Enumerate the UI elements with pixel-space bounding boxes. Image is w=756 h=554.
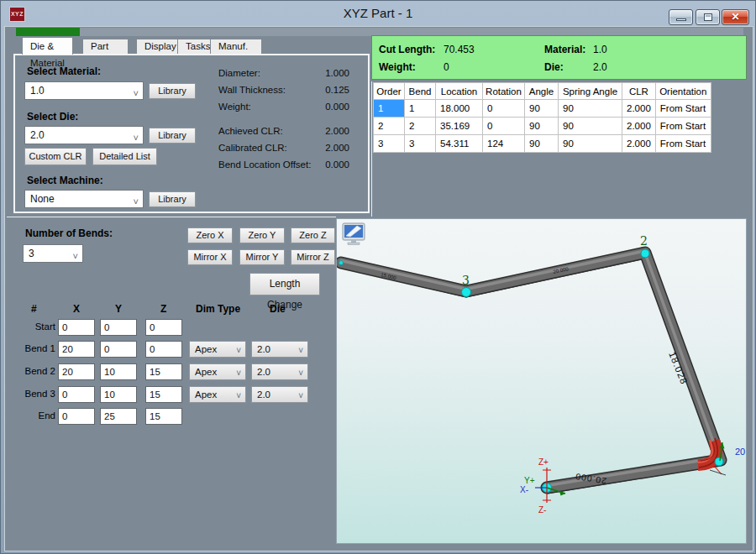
col-angle[interactable]: Angle	[525, 83, 559, 100]
start-y-input[interactable]	[100, 319, 137, 336]
tab-manuf-warning[interactable]: Manuf. Warning	[210, 39, 262, 54]
cell[interactable]: From Start	[655, 118, 711, 135]
cell[interactable]: 90	[559, 135, 622, 153]
cell-order-2[interactable]: 2	[374, 118, 405, 135]
bend-location-offset-value: 0.000	[325, 159, 349, 170]
achieved-clr-label: Achieved CLR:	[218, 126, 283, 136]
cell[interactable]: 18.000	[436, 100, 483, 118]
viewport-3d[interactable]: 3 2 18.028 20.000 20.000 15.000 20 Z+	[336, 218, 747, 544]
cell[interactable]: 1	[405, 100, 436, 118]
cell[interactable]: 3	[405, 135, 436, 153]
bend3-y-input[interactable]	[100, 386, 137, 403]
cell[interactable]: 90	[559, 118, 622, 135]
material-select-value: 1.0	[30, 85, 45, 97]
title-bar[interactable]: XYZ XYZ Part - 1 ✕	[1, 1, 755, 26]
coord-col-die: Die	[270, 303, 286, 315]
zero-x-button[interactable]: Zero X	[187, 227, 233, 243]
cell[interactable]: 0	[483, 100, 525, 118]
col-location[interactable]: Location	[436, 83, 483, 100]
cell[interactable]: 2.000	[622, 118, 656, 135]
cell[interactable]: 2.000	[622, 135, 656, 153]
die-select[interactable]: 2.0 ˅	[24, 126, 144, 144]
start-x-input[interactable]	[58, 319, 95, 336]
cell[interactable]: 0	[483, 118, 525, 135]
col-order[interactable]: Order	[374, 83, 405, 100]
zero-z-button[interactable]: Zero Z	[291, 227, 335, 243]
material-library-button[interactable]: Library	[149, 83, 196, 99]
bend2-label: 2	[640, 234, 648, 248]
bend1-z-input[interactable]	[145, 341, 182, 358]
col-orientation[interactable]: Orientation	[655, 83, 711, 100]
tab-part-details[interactable]: Part Details	[82, 39, 129, 54]
cell[interactable]: From Start	[655, 100, 711, 118]
tab-die-material[interactable]: Die & Material	[22, 37, 73, 55]
bend3-x-input[interactable]	[58, 386, 95, 403]
cell[interactable]: 35.169	[436, 118, 483, 135]
cell[interactable]: 2.000	[622, 100, 656, 118]
select-machine-label: Select Machine:	[27, 175, 103, 186]
bend2-x-input[interactable]	[58, 363, 95, 380]
cell[interactable]: 124	[483, 135, 525, 153]
cell-order-3[interactable]: 3	[374, 135, 405, 153]
machine-library-button[interactable]: Library	[149, 191, 196, 207]
achieved-clr-row: Achieved CLR: 2.000	[218, 126, 349, 136]
cell[interactable]: 90	[525, 100, 559, 118]
cell[interactable]: 90	[525, 135, 559, 153]
bend-row-3[interactable]: 3 3 54.311 124 90 90 2.000 From Start	[374, 135, 711, 153]
bend3-dim-type-select[interactable]: Apex ˅	[189, 386, 246, 403]
cell-order-1[interactable]: 1	[374, 100, 405, 118]
bend2-die-select[interactable]: 2.0 ˅	[251, 363, 308, 380]
start-z-input[interactable]	[145, 319, 182, 336]
col-bend[interactable]: Bend	[405, 83, 436, 100]
wall-thickness-row: Wall Thickness: 0.125	[218, 85, 349, 95]
bend1-die-select[interactable]: 2.0 ˅	[251, 341, 308, 358]
col-spring-angle[interactable]: Spring Angle	[559, 83, 622, 100]
col-rotation[interactable]: Rotation	[483, 83, 525, 100]
bend2-z-input[interactable]	[145, 363, 182, 380]
custom-clr-button[interactable]: Custom CLR	[24, 148, 87, 165]
bend1-dim-type-select[interactable]: Apex ˅	[189, 341, 246, 358]
mirror-x-button[interactable]: Mirror X	[187, 249, 233, 265]
axis-y-plus-label: Y+	[524, 476, 535, 485]
length-change-button[interactable]: Length Change	[249, 273, 320, 295]
bend-row-1[interactable]: 1 1 18.000 0 90 90 2.000 From Start	[374, 100, 711, 118]
bend3-z-input[interactable]	[145, 386, 182, 403]
machine-select[interactable]: None ˅	[24, 190, 144, 208]
cell[interactable]: 2	[405, 118, 436, 135]
row-label-bend3: Bend 3	[8, 389, 55, 399]
bend1-y-input[interactable]	[100, 341, 137, 358]
summary-weight-value: 0	[444, 61, 449, 73]
cell[interactable]: 90	[525, 118, 559, 135]
mirror-y-button[interactable]: Mirror Y	[239, 249, 285, 265]
bend3-die-select[interactable]: 2.0 ˅	[251, 386, 308, 403]
material-select[interactable]: 1.0 ˅	[24, 81, 144, 100]
client-area: Die & Material Part Details Display Task…	[4, 26, 753, 551]
machine-select-value: None	[30, 193, 55, 205]
close-button[interactable]: ✕	[722, 9, 749, 25]
bend2-dim-type-select[interactable]: Apex ˅	[189, 363, 246, 380]
maximize-button[interactable]	[696, 9, 720, 25]
end-y-input[interactable]	[100, 408, 137, 425]
axis-z-plus-label: Z+	[538, 457, 549, 467]
cell[interactable]: 54.311	[436, 135, 483, 153]
col-clr[interactable]: CLR	[622, 83, 656, 100]
zero-y-button[interactable]: Zero Y	[239, 227, 285, 243]
bend-point-markers	[339, 249, 724, 493]
fit-view-icon[interactable]	[342, 222, 367, 246]
bends-panel: Number of Bends: 3 ˅ Zero X Zero Y Zero …	[7, 217, 336, 551]
bend3-die-value: 2.0	[257, 389, 270, 400]
bend2-y-input[interactable]	[100, 363, 137, 380]
mirror-z-button[interactable]: Mirror Z	[291, 249, 335, 265]
minimize-button[interactable]	[669, 9, 693, 25]
bend-row-2[interactable]: 2 2 35.169 0 90 90 2.000 From Start	[374, 118, 711, 135]
chevron-down-icon: ˅	[298, 343, 303, 358]
number-of-bends-select[interactable]: 3 ˅	[23, 244, 83, 263]
die-library-button[interactable]: Library	[149, 128, 196, 144]
end-z-input[interactable]	[145, 408, 182, 425]
cell[interactable]: From Start	[655, 135, 711, 153]
cell[interactable]: 90	[559, 100, 622, 118]
detailed-list-button[interactable]: Detailed List	[92, 148, 157, 165]
bend1-x-input[interactable]	[58, 341, 95, 358]
end-x-input[interactable]	[58, 408, 95, 425]
bend-table[interactable]: Order Bend Location Rotation Angle Sprin…	[373, 82, 711, 153]
